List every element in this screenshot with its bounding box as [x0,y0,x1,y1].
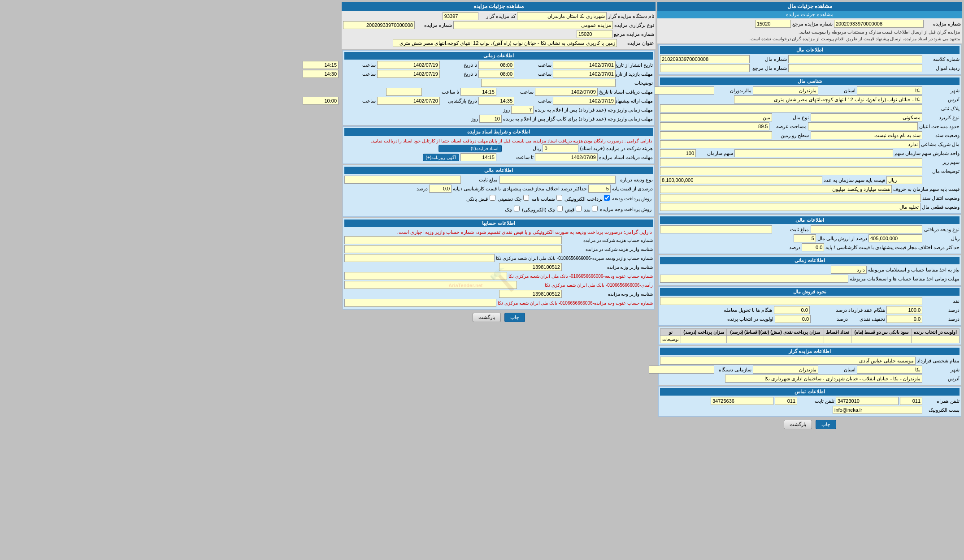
account8-input[interactable] [344,299,496,307]
owners-input[interactable] [649,86,714,95]
print-btn-left[interactable]: چاپ [504,313,525,322]
offer-check-cb[interactable] [514,206,520,211]
discount-input[interactable] [886,315,922,323]
participation-fee-input[interactable] [543,144,578,152]
currency-input[interactable] [886,176,922,184]
mal-notes-input[interactable] [660,167,922,175]
offer-receipt-cb[interactable] [576,206,582,211]
back-btn-left[interactable]: بازگشت [473,313,501,322]
email-input[interactable] [833,406,922,414]
base-price-input[interactable] [660,176,822,184]
account7-input[interactable] [499,290,562,298]
land-area-input[interactable] [660,131,772,139]
ownership-input[interactable] [811,131,923,139]
address-input[interactable] [734,95,922,103]
postal-input[interactable] [660,104,922,112]
account6-input[interactable] [344,281,517,289]
end-time-input[interactable] [303,61,339,69]
manager-prov2-input[interactable] [649,366,714,374]
offer-date-input[interactable] [553,97,616,105]
account5-input[interactable] [344,272,507,280]
offer2-input[interactable] [377,97,440,105]
visit-from-time-input[interactable] [478,70,514,78]
payment-electronic-cb[interactable] [604,195,610,201]
doc-from-time-input[interactable] [460,88,496,96]
delivery-time-input[interactable] [660,275,848,283]
city-org-input[interactable] [517,12,607,20]
start-time-input[interactable] [478,61,514,69]
account1-input[interactable] [344,236,562,244]
offer-electronic-cb[interactable] [557,206,563,211]
area-input[interactable] [808,122,917,130]
manager-name-input[interactable] [660,357,916,365]
transfer-input[interactable] [775,315,811,323]
account4-input[interactable] [499,263,562,271]
subject-input[interactable] [393,39,617,47]
payment-check-cb[interactable] [523,195,529,201]
agent-pct-input[interactable] [774,306,810,314]
contract-days-input[interactable] [511,106,534,114]
time-note-input[interactable] [831,266,867,274]
base-price-text-input[interactable] [660,185,892,193]
fixed-amount-input[interactable] [660,225,772,233]
offer-time-input[interactable] [478,97,514,105]
account2-input[interactable] [344,245,562,253]
fin-left-type-input[interactable] [499,176,616,184]
doc-from-input[interactable] [535,88,598,96]
class-num-input[interactable] [788,55,922,63]
doc-to-input[interactable] [386,88,422,96]
usage-type-input[interactable] [811,113,923,121]
tel-fixed2-input[interactable] [711,397,773,405]
left-ref-input[interactable] [577,30,612,38]
company-share-input[interactable] [734,149,893,157]
share3-input[interactable] [660,158,922,166]
ref-number-input[interactable] [755,20,791,28]
payment-receipt-cb[interactable] [490,195,495,201]
doc-type-btn[interactable] [439,145,502,152]
mal-num-input[interactable] [660,55,750,63]
auction-code-input[interactable] [443,12,478,20]
asset-row-input[interactable] [788,64,922,72]
company-share2-input[interactable] [660,149,696,157]
contract-pct-input[interactable] [886,306,922,314]
start-date-input[interactable] [553,61,616,69]
auction-number-input[interactable] [834,20,924,28]
offer-naqd-cb[interactable] [592,206,598,211]
sale-type-input[interactable] [660,297,922,305]
tel-prefix2-input[interactable] [775,397,797,405]
visit-to-time-input[interactable] [303,70,339,78]
partner-input[interactable] [660,140,920,148]
fin-type-input[interactable] [811,225,923,233]
offer2-time-input[interactable] [303,97,339,105]
doc-type2-btn[interactable]: آگهی روزنامه(+) [423,154,459,161]
notes-input[interactable] [481,79,616,87]
payment-guarantee-cb[interactable] [556,195,562,201]
city-input[interactable] [857,86,922,95]
end-date-input[interactable] [377,61,440,69]
auction-type-input[interactable] [453,21,613,29]
contract-days2-input[interactable] [479,115,502,123]
manager-address-input[interactable] [725,375,922,383]
left-auction-num-input[interactable] [343,21,415,29]
fin-left-max-input[interactable] [429,185,452,193]
tel-fixed-input[interactable] [836,397,899,405]
fin-left-pct-input[interactable] [588,185,611,193]
percent2-input[interactable] [802,243,824,251]
province-input[interactable] [753,86,818,95]
visit-from-input[interactable] [553,70,616,78]
manager-city-input[interactable] [857,366,922,374]
fin-left-fixed-input[interactable] [344,176,461,184]
doc-status-input[interactable] [660,194,921,202]
mal-ref-input[interactable] [660,64,750,72]
account3-input[interactable] [344,254,495,262]
mal-type-input[interactable] [660,113,772,121]
visit-to-input[interactable] [377,70,440,78]
area2-input[interactable] [660,122,769,130]
doc-deadline-time-input[interactable] [460,153,496,161]
back-btn-right[interactable]: بازگشت [784,420,812,429]
doc-deadline-date-input[interactable] [535,153,598,161]
rial-input[interactable] [868,234,922,242]
percent1-input[interactable] [794,234,816,242]
manager-province-input[interactable] [753,366,818,374]
tel-prefix-input[interactable] [900,397,922,405]
